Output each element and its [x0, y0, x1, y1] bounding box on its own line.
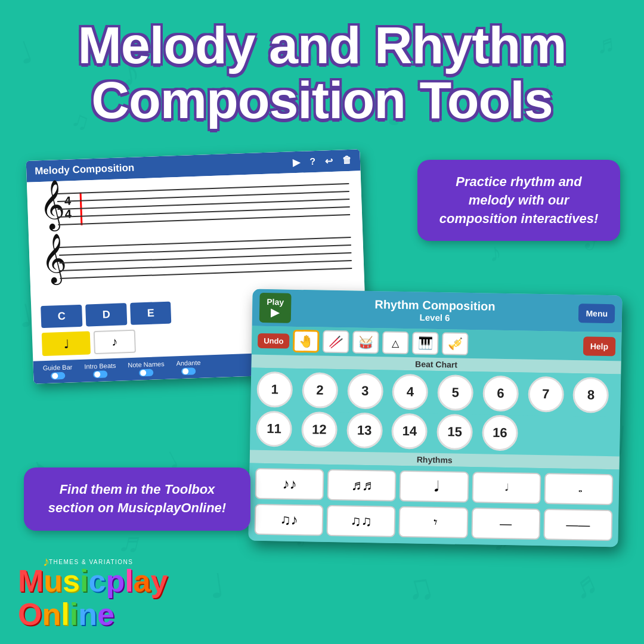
- beat-grid-row1: 1 2 3 4 5 6 7 8: [250, 368, 621, 417]
- rhythm-title-center: Rhythm Composition Level 6: [296, 296, 574, 326]
- note-e-button[interactable]: E: [130, 302, 171, 325]
- beat-16[interactable]: 16: [482, 414, 518, 451]
- staff-lines-2: [59, 237, 352, 279]
- tempo-label: Andante: [176, 359, 200, 367]
- instrument-sticks[interactable]: 🥢: [323, 330, 349, 354]
- beat-12[interactable]: 12: [301, 411, 338, 448]
- rhythm-titlebar: Play ▶ Rhythm Composition Level 6 Menu: [252, 289, 623, 333]
- note-c-button[interactable]: C: [41, 305, 82, 328]
- rhythm-help-button[interactable]: Help: [583, 336, 616, 356]
- note-d-button[interactable]: D: [85, 303, 127, 326]
- instrument-other[interactable]: 🎺: [442, 332, 469, 355]
- staff-row-1: 𝄞 44: [39, 177, 350, 230]
- intro-beats-toggle[interactable]: Intro Beats: [84, 362, 116, 379]
- beat-2[interactable]: 2: [302, 372, 338, 408]
- intro-beats-dot: [93, 370, 107, 378]
- note-names-toggle[interactable]: Note Names: [128, 360, 165, 377]
- logo-musicplay: M u s i c p l a y: [18, 565, 168, 596]
- rhythms-grid-row1: ♪♪ ♬♬ 𝅘𝅥 𝅗𝅥. 𝅝: [249, 463, 619, 510]
- beat-4[interactable]: 4: [392, 374, 428, 410]
- rhythms-grid-row2: ♫♪ ♫♫ 𝄾 — ——: [248, 504, 618, 547]
- title-line2: Composition Tools: [24, 73, 620, 128]
- rhythm-rest-quarter[interactable]: —: [471, 507, 540, 540]
- instrument-triangle[interactable]: △: [382, 331, 409, 354]
- tempo-toggle[interactable]: Andante: [176, 359, 201, 375]
- tempo-dot: [181, 367, 196, 375]
- beat-8[interactable]: 8: [572, 377, 609, 413]
- logo-tagline: THEMES & VARIATIONS: [49, 559, 133, 565]
- logo-online: O n l i n e: [18, 596, 114, 632]
- logo-area: ♪ THEMES & VARIATIONS M u s i c p l a y …: [18, 559, 168, 632]
- rhythm-rest-half[interactable]: ——: [543, 509, 612, 541]
- beat-14[interactable]: 14: [391, 413, 428, 450]
- rhythm-beamed-eighth[interactable]: ♫♪: [255, 504, 324, 536]
- play-label: Play: [267, 298, 284, 306]
- beat-1[interactable]: 1: [256, 371, 293, 408]
- staff-row-2: 𝄞: [41, 231, 352, 283]
- instrument-piano[interactable]: 🎹: [412, 332, 439, 355]
- instrument-drum[interactable]: 🥁: [352, 331, 379, 354]
- melody-undo-button[interactable]: ↩: [325, 155, 333, 166]
- melody-play-button[interactable]: ▶: [293, 156, 301, 168]
- practice-bubble: Practice rhythm and melody with our comp…: [417, 160, 620, 241]
- main-title: Melody and Rhythm Composition Tools: [0, 18, 644, 128]
- practice-bubble-text: Practice rhythm and melody with our comp…: [439, 174, 599, 226]
- melody-help-button[interactable]: ?: [309, 156, 315, 167]
- beat-grid-row2: 11 12 13 14 15 16: [250, 411, 620, 457]
- beat-6[interactable]: 6: [482, 375, 519, 411]
- staff-lines-1: [57, 183, 351, 225]
- rhythm-quarter-button[interactable]: ♩: [42, 331, 91, 356]
- rhythm-eighth-pair[interactable]: ♪♪: [255, 468, 324, 500]
- beat-3[interactable]: 3: [347, 373, 383, 409]
- app-container: ♩ ♫ ♪ 𝄞 ♬ ♩ ♫ ♪ ♬ 𝄞 ♩ ♫ ♪ ♬ ♩ 𝄞 ♫ ♪ ♬ ♩ …: [0, 0, 644, 644]
- note-names-dot: [139, 369, 153, 377]
- melody-trash-button[interactable]: 🗑: [342, 155, 352, 166]
- find-bubble-text: Find them in the Toolbox section on Musi…: [48, 482, 226, 515]
- beat-11[interactable]: 11: [256, 411, 292, 447]
- beat-7[interactable]: 7: [528, 376, 564, 413]
- play-icon: ▶: [271, 307, 279, 318]
- rhythm-play-button[interactable]: Play ▶: [259, 293, 292, 323]
- melody-staff-area: 𝄞 44 𝄞: [27, 171, 365, 301]
- logo-note-icon: ♪: [43, 554, 49, 569]
- guide-bar-label: Guide Bar: [43, 363, 73, 371]
- instrument-hand-clap[interactable]: 🤚: [293, 330, 320, 353]
- rhythm-rest-eighth[interactable]: 𝄾: [399, 506, 468, 538]
- beat-13[interactable]: 13: [346, 412, 383, 448]
- beat-5[interactable]: 5: [437, 374, 473, 411]
- rhythm-undo-button[interactable]: Undo: [258, 333, 290, 348]
- intro-beats-label: Intro Beats: [84, 362, 116, 370]
- guide-bar-dot: [51, 372, 65, 380]
- rhythm-sixteenth[interactable]: ♬♬: [327, 469, 397, 501]
- note-names-label: Note Names: [128, 360, 165, 369]
- rhythm-beamed-16th[interactable]: ♫♫: [327, 505, 396, 537]
- guide-bar-toggle[interactable]: Guide Bar: [43, 363, 73, 380]
- rhythm-dotted-half[interactable]: 𝅗𝅥.: [472, 472, 541, 504]
- title-line1: Melody and Rhythm: [24, 18, 620, 73]
- find-bubble: Find them in the Toolbox section on Musi…: [24, 467, 250, 531]
- rhythm-eighth-button[interactable]: ♪: [94, 330, 136, 354]
- rhythm-menu-button[interactable]: Menu: [578, 304, 615, 323]
- beat-15[interactable]: 15: [436, 414, 473, 450]
- rhythm-quarter[interactable]: 𝅘𝅥: [400, 470, 469, 503]
- rhythm-composition-window: Play ▶ Rhythm Composition Level 6 Menu U…: [248, 289, 622, 547]
- rhythm-whole[interactable]: 𝅝: [544, 473, 613, 505]
